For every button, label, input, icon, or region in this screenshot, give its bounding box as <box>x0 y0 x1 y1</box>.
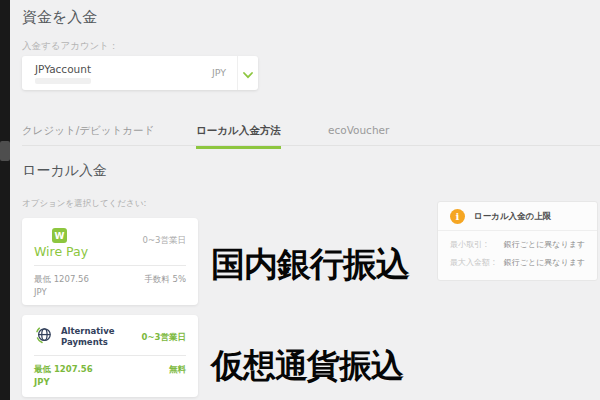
min-currency: JPY <box>34 286 89 299</box>
limits-panel-title: ローカル入金の上限 <box>474 211 551 223</box>
wire-pay-wordmark: Wire Pay <box>34 244 88 259</box>
page-title: 資金を入金 <box>22 8 97 27</box>
processing-time: 0~3営業日 <box>143 235 186 247</box>
limit-label: 最小取引 : <box>450 239 487 250</box>
alternative-payments-logo: Alternative Payments <box>34 325 117 349</box>
annotation-crypto-transfer: 仮想通貨振込 <box>211 344 403 389</box>
wire-pay-logo-icon: W <box>52 228 67 243</box>
wire-pay-logo: W Wire Pay <box>34 228 88 259</box>
deposit-limits-panel: i ローカル入金の上限 最小取引 : 銀行ごとに異なります 最大入金額 : 銀行… <box>437 201 598 281</box>
account-dropdown-main[interactable]: JPYaccount JPY <box>22 56 237 90</box>
section-title: ローカル入金 <box>22 162 107 180</box>
annotation-domestic-bank-transfer: 国内銀行振込 <box>211 242 409 288</box>
chevron-down-icon <box>243 64 253 83</box>
alt-payments-card-bottom: 最低 1207.56 JPY 無料 <box>22 356 198 396</box>
account-number-redacted <box>35 78 91 84</box>
min-currency: JPY <box>34 376 93 389</box>
options-hint: オプションを選択してください: <box>22 198 146 210</box>
payment-method-tabs: クレジット/デビットカード ローカル入金方法 ecoVoucher <box>22 121 600 146</box>
account-name: JPYaccount <box>35 63 91 75</box>
account-dropdown[interactable]: JPYaccount JPY <box>22 56 258 90</box>
tab-credit-debit-card[interactable]: クレジット/デビットカード <box>22 124 154 146</box>
tab-local-deposit-methods[interactable]: ローカル入金方法 <box>196 124 281 146</box>
fee-label: 手数料 5% <box>144 274 186 299</box>
limit-label: 最大入金額 : <box>450 257 495 268</box>
limits-row-max: 最大入金額 : 銀行ごとに異なります <box>450 257 585 268</box>
tab-ecovoucher[interactable]: ecoVoucher <box>328 124 389 146</box>
globe-icon <box>34 325 54 349</box>
dropdown-caret-cell[interactable] <box>237 56 258 90</box>
limits-panel-rows: 最小取引 : 銀行ごとに異なります 最大入金額 : 銀行ごとに異なります <box>438 231 597 268</box>
account-select-label: 入金するアカウント : <box>22 40 115 53</box>
left-edge-bar <box>0 0 10 400</box>
limits-panel-header: i ローカル入金の上限 <box>438 202 597 231</box>
fee-label: 無料 <box>169 364 186 389</box>
min-amount: 最低 1207.56 <box>34 273 89 286</box>
deposit-page: 資金を入金 入金するアカウント : JPYaccount JPY クレジット/デ… <box>0 0 600 400</box>
info-icon: i <box>450 209 465 224</box>
min-amount: 最低 1207.56 <box>34 363 93 376</box>
method-card-alternative-payments[interactable]: Alternative Payments 0~3営業日 最低 1207.56 J… <box>22 315 198 397</box>
alt-payments-card-top: Alternative Payments 0~3営業日 <box>22 315 198 355</box>
limit-value: 銀行ごとに異なります <box>504 239 585 250</box>
wire-pay-card-bottom: 最低 1207.56 JPY 手数料 5% <box>22 266 198 306</box>
alternative-payments-name: Alternative Payments <box>61 326 117 348</box>
processing-time: 0~3営業日 <box>142 332 186 344</box>
method-card-wire-pay[interactable]: W Wire Pay 0~3営業日 最低 1207.56 JPY 手数料 5% <box>22 218 198 305</box>
limit-value: 銀行ごとに異なります <box>504 257 585 268</box>
wire-pay-card-top: W Wire Pay 0~3営業日 <box>22 218 198 265</box>
account-currency: JPY <box>212 67 226 78</box>
limits-row-min: 最小取引 : 銀行ごとに異なります <box>450 239 585 250</box>
scrollbar-thumb[interactable] <box>0 141 10 161</box>
